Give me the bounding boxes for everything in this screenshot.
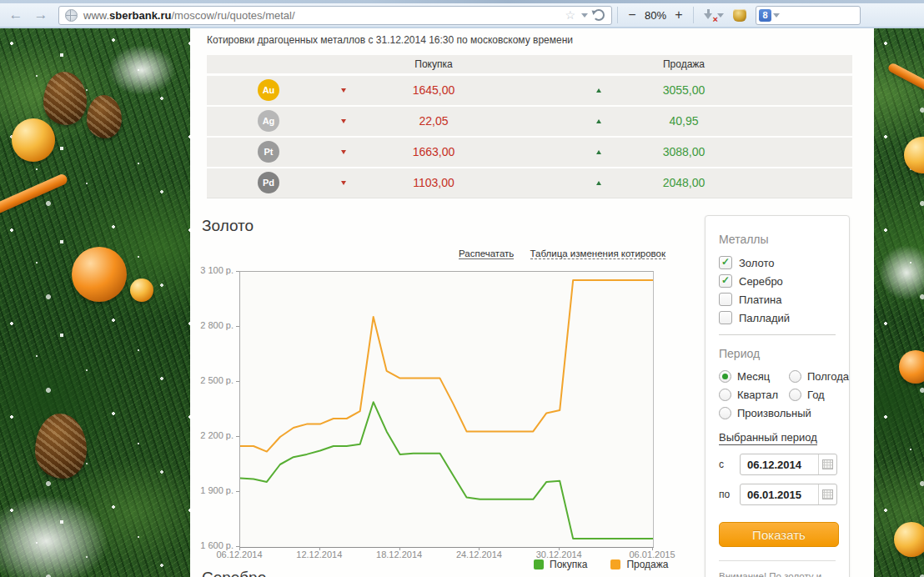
- checkbox-checked-icon[interactable]: ✓: [719, 274, 732, 288]
- radio-label[interactable]: Месяц: [737, 370, 770, 383]
- metal-checkbox-palladium[interactable]: Палладий: [719, 311, 837, 324]
- metal-checkbox-gold[interactable]: ✓Золото: [719, 256, 837, 269]
- legend-label: Продажа: [626, 559, 668, 570]
- sell-value: 2048,00: [625, 176, 742, 189]
- sell-value: 3088,00: [625, 145, 742, 158]
- radio-label[interactable]: Полгода: [807, 370, 849, 383]
- checkbox-label[interactable]: Палладий: [739, 312, 790, 324]
- attention-note: Внимание! По золоту и серебру информация…: [719, 569, 837, 577]
- metal-quote-row-pt: Pt1663,003088,00: [207, 138, 852, 167]
- checkbox-unchecked-icon[interactable]: [719, 293, 732, 306]
- reload-icon[interactable]: [593, 9, 605, 21]
- sell-value: 3055,00: [625, 83, 742, 97]
- date-from-input[interactable]: 06.12.2014: [740, 454, 837, 475]
- search-engine-icon[interactable]: 8: [759, 9, 771, 22]
- checkbox-label[interactable]: Платина: [739, 294, 782, 306]
- period-radio-custom[interactable]: Произвольный: [719, 407, 849, 419]
- metal-pd-icon: Pd: [258, 172, 279, 193]
- trend-up-icon: [596, 119, 601, 123]
- download-dropdown-icon[interactable]: [717, 13, 724, 18]
- extension-icon[interactable]: [733, 9, 746, 22]
- date-to-input[interactable]: 06.01.2015: [740, 484, 837, 505]
- search-engine-dropdown-icon[interactable]: [773, 13, 780, 18]
- date-from-label: с: [719, 459, 740, 470]
- show-button[interactable]: Показать: [719, 522, 839, 547]
- ribbon-decoration: [887, 62, 924, 98]
- browser-toolbar: ← → www.sberbank.ru/moscow/ru/quotes/met…: [0, 3, 924, 28]
- y-axis-label: 1 900 р.: [190, 485, 234, 495]
- checkbox-unchecked-icon[interactable]: [719, 311, 732, 324]
- background-decoration-right: [874, 28, 924, 577]
- x-axis-tick: [652, 547, 653, 550]
- bookmark-star-icon[interactable]: ☆: [565, 8, 575, 22]
- buy-value: 1645,00: [375, 83, 492, 97]
- radio-label[interactable]: Произвольный: [737, 407, 811, 419]
- back-button[interactable]: ←: [7, 6, 25, 24]
- metal-quote-row-au: Au1645,003055,00: [207, 76, 852, 105]
- zoom-out-button[interactable]: −: [623, 6, 641, 24]
- trend-down-icon: [341, 181, 346, 185]
- url-text[interactable]: www.sberbank.ru/moscow/ru/quotes/metal/: [83, 9, 295, 22]
- zoom-in-button[interactable]: +: [670, 6, 688, 24]
- x-axis-tick: [559, 547, 560, 550]
- metals-checkbox-list: ✓Золото✓СереброПлатинаПалладий: [719, 256, 837, 324]
- period-radio-quarter[interactable]: Квартал: [719, 389, 789, 401]
- radio-label[interactable]: Год: [807, 389, 825, 401]
- radio-unselected-icon[interactable]: [789, 370, 801, 383]
- calendar-icon[interactable]: [818, 454, 836, 474]
- y-axis-tick: [236, 491, 239, 492]
- address-bar[interactable]: www.sberbank.ru/moscow/ru/quotes/metal/ …: [58, 6, 612, 25]
- pinecone-decoration: [43, 72, 87, 125]
- metal-checkbox-platinum[interactable]: Платина: [719, 293, 837, 306]
- radio-unselected-icon[interactable]: [719, 389, 731, 401]
- y-axis-label: 2 800 р.: [190, 320, 234, 330]
- radio-unselected-icon[interactable]: [719, 407, 731, 419]
- search-box[interactable]: 8: [756, 6, 861, 25]
- toolbar-divider: [693, 7, 694, 23]
- pinecone-decoration: [35, 414, 87, 479]
- y-axis-tick: [236, 381, 239, 382]
- zoom-level[interactable]: 80%: [641, 9, 670, 22]
- x-axis-label: 06.12.2014: [206, 549, 273, 559]
- bookmark-dropdown-icon[interactable]: [581, 13, 588, 18]
- period-radio-year[interactable]: Год: [789, 389, 849, 401]
- checkbox-checked-icon[interactable]: ✓: [719, 256, 732, 269]
- selected-period-label: Выбранный период: [719, 431, 837, 444]
- sell-column-header: Продажа: [625, 58, 742, 70]
- period-heading: Период: [719, 347, 837, 360]
- section-title: Золото: [202, 217, 254, 235]
- legend-item-buy: Покупка: [534, 559, 587, 570]
- metal-quote-row-pd: Pd1103,002048,00: [207, 168, 852, 198]
- metal-checkbox-silver[interactable]: ✓Серебро: [719, 274, 837, 288]
- y-axis-label: 2 200 р.: [190, 430, 234, 440]
- calendar-icon[interactable]: [818, 484, 836, 504]
- filter-panel: Металлы ✓Золото✓СереброПлатинаПалладий П…: [705, 215, 850, 577]
- trend-up-icon: [596, 181, 601, 185]
- checkbox-label[interactable]: Золото: [739, 257, 775, 269]
- radio-unselected-icon[interactable]: [789, 389, 801, 401]
- radio-selected-icon[interactable]: [719, 370, 731, 383]
- globe-icon: [65, 9, 78, 22]
- y-axis-tick: [236, 436, 239, 437]
- quotes-table-link[interactable]: Таблица изменения котировок: [530, 248, 665, 259]
- legend-swatch-icon: [610, 559, 620, 569]
- ribbon-decoration: [0, 173, 68, 215]
- legend-swatch-icon: [534, 559, 544, 569]
- y-axis-tick: [236, 271, 239, 272]
- legend-item-sell: Продажа: [610, 559, 668, 570]
- ornament-ball: [12, 118, 55, 162]
- print-link[interactable]: Распечатать: [459, 248, 514, 259]
- pinecone-decoration: [87, 95, 122, 138]
- download-blocked-icon[interactable]: ×: [702, 8, 716, 22]
- metal-quote-row-ag: Ag22,0540,95: [207, 107, 852, 136]
- period-radio-month[interactable]: Месяц: [719, 370, 789, 383]
- radio-label[interactable]: Квартал: [737, 389, 778, 401]
- x-axis-tick: [479, 547, 480, 550]
- x-axis-label: 18.12.2014: [366, 549, 433, 559]
- period-radio-halfyear[interactable]: Полгода: [789, 370, 849, 383]
- x-axis-label: 06.01.2015: [619, 549, 685, 559]
- sell-value: 40,95: [625, 114, 742, 128]
- metals-heading: Металлы: [719, 233, 837, 246]
- checkbox-label[interactable]: Серебро: [739, 275, 783, 288]
- forward-button[interactable]: →: [32, 6, 50, 24]
